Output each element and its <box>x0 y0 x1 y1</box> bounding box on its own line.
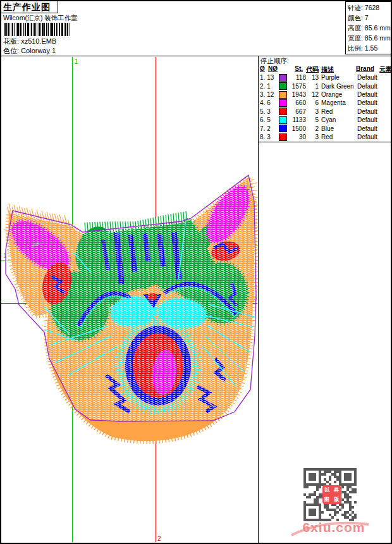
colorway: 色位: Colorway 1 <box>3 46 56 56</box>
stat-line-0: 针迹: 7628 <box>348 3 391 12</box>
thread-brand: Default <box>355 91 381 98</box>
color-description: Orange <box>319 91 355 98</box>
stats-box: 针迹: 7628颜色: 7高度: 85.6 mm宽度: 85.6 mm比例: 1… <box>345 1 391 54</box>
stitch-count: 1943 <box>290 91 306 98</box>
color-swatch <box>279 116 287 124</box>
table-row: 8. 3 30 3 Red Default <box>260 133 391 141</box>
stitch-count: 30 <box>290 133 306 140</box>
stat-line-3: 宽度: 85.6 mm <box>348 34 391 42</box>
thread-brand: Default <box>355 99 381 106</box>
stitch-count: 660 <box>290 99 306 106</box>
color-description: Blue <box>319 125 355 132</box>
color-code: 6 <box>306 99 319 106</box>
stitch-texture-overlay <box>1 171 257 443</box>
colorway-value: Colorway 1 <box>21 47 56 54</box>
color-swatch <box>279 99 287 107</box>
stat-line-2: 高度: 85.6 mm <box>348 23 391 32</box>
color-swatch <box>279 74 287 82</box>
studio-name: Wilcom(汇京) 装饰工作室 <box>3 14 78 23</box>
worksheet-page: 生产作业图 Wilcom(汇京) 装饰工作室 花版: xz510.EMB 色位:… <box>0 0 392 544</box>
column-divider <box>258 56 259 543</box>
color-description: Dark Green <box>319 83 355 90</box>
color-swatch <box>279 91 287 99</box>
stat-line-1: 颜色: 7 <box>348 13 391 22</box>
color-swatch <box>279 133 287 141</box>
color-description: Cyan <box>319 116 355 123</box>
color-swatch <box>279 125 287 132</box>
stop-sequence-table: 1. 13 118 13 Purple Default 2. 1 1575 1 … <box>260 73 391 141</box>
color-code: 2 <box>306 125 319 132</box>
color-description: Purple <box>319 74 355 81</box>
table-row: 5. 3 667 3 Red Default <box>260 108 391 116</box>
thread-brand: Default <box>355 74 381 81</box>
table-row: 7. 2 1500 2 Blue Default <box>260 124 391 132</box>
guide-label-top: 1 <box>75 58 78 65</box>
col-description: 描述 <box>319 65 353 74</box>
color-code: 3 <box>306 133 319 140</box>
stitch-count: 667 <box>290 108 306 115</box>
col-brand: Brand <box>353 65 379 74</box>
thread-brand: Default <box>355 108 381 115</box>
table-bottom-border <box>258 142 392 142</box>
page-title: 生产作业图 <box>3 2 51 13</box>
table-row: 1. 13 118 13 Purple Default <box>260 73 391 82</box>
col-stitches: St. <box>285 65 303 74</box>
thread-brand: Default <box>355 133 381 140</box>
col-element: 元素 <box>379 65 392 74</box>
stat-line-4: 比例: 1.55 <box>348 44 391 53</box>
design-label: 花版: <box>3 37 19 45</box>
thread-brand: Default <box>355 125 381 132</box>
stitch-count: 1500 <box>290 125 306 132</box>
color-description: Magenta <box>319 99 355 106</box>
table-row: 3. 12 1943 12 Orange Default <box>260 90 391 99</box>
table-header: Ø NØ St. 代码 描述 Brand 元素 <box>260 65 391 74</box>
colorway-label: 色位: <box>3 47 19 54</box>
table-row: 2. 1 1575 1 Dark Green Default <box>260 82 391 90</box>
design-value: xz510.EMB <box>21 37 56 45</box>
color-code: 5 <box>306 116 319 123</box>
stitch-count: 1133 <box>290 116 306 123</box>
thread-brand: Default <box>355 116 381 123</box>
design-file: 花版: xz510.EMB <box>3 37 56 46</box>
color-swatch <box>279 82 287 90</box>
watermark-site: 6xiu.com <box>286 520 381 535</box>
stop-sequence-title: 停止顺序: <box>260 57 289 66</box>
color-swatch <box>279 108 287 115</box>
color-description: Red <box>319 133 355 140</box>
col-needle: NØ <box>268 65 285 74</box>
color-description: Red <box>319 108 355 115</box>
color-code: 13 <box>306 74 319 81</box>
stitch-count: 1575 <box>290 83 306 90</box>
table-row: 6. 5 1133 5 Cyan Default <box>260 116 391 124</box>
design-canvas: 1 1 2 2 <box>1 56 258 543</box>
color-code: 1 <box>306 83 319 90</box>
thread-brand: Default <box>355 83 381 90</box>
col-hash: Ø <box>260 65 268 74</box>
cat-embroidery <box>1 171 258 443</box>
barcode <box>4 23 73 37</box>
table-row: 4. 6 660 6 Magenta Default <box>260 99 391 107</box>
color-code: 3 <box>306 108 319 115</box>
col-code: 代码 <box>303 65 319 74</box>
stitch-count: 118 <box>290 74 306 81</box>
copyright-stamp: 以昇图版 <box>322 485 341 504</box>
color-code: 12 <box>306 91 319 98</box>
guide-label-bottom: 2 <box>157 535 161 542</box>
